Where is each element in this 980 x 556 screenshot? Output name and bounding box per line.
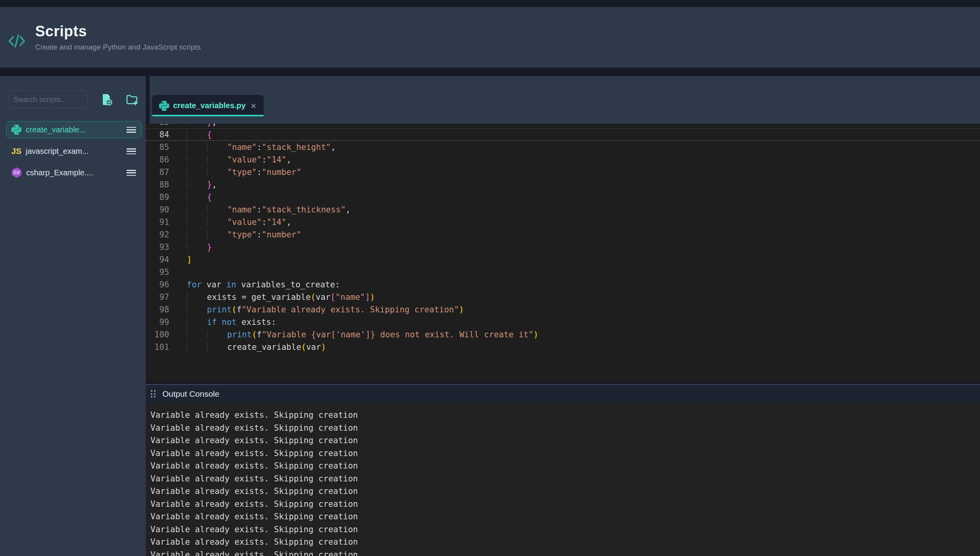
code-line: 88 }, bbox=[146, 178, 980, 191]
code-line: 86 "value":"14", bbox=[146, 153, 980, 166]
code-line: 92 "type":"number" bbox=[146, 228, 980, 241]
code-text: }, bbox=[187, 178, 217, 191]
code-line: 90 "name":"stack_thickness", bbox=[146, 203, 980, 216]
code-text: } bbox=[187, 241, 212, 253]
code-line: 94] bbox=[146, 253, 980, 266]
code-line: 87 "type":"number" bbox=[146, 166, 980, 178]
code-text: "value":"14", bbox=[187, 153, 291, 166]
menu-icon[interactable] bbox=[127, 170, 136, 176]
line-number: 85 bbox=[146, 141, 169, 153]
code-text: ] bbox=[187, 253, 192, 266]
line-number: 99 bbox=[146, 316, 169, 328]
script-item[interactable]: JSjavascript_exam... bbox=[6, 143, 142, 160]
line-number: 97 bbox=[146, 291, 169, 303]
code-line: 99 if not exists: bbox=[146, 316, 980, 328]
console-line: Variable already exists. Skipping creati… bbox=[150, 447, 980, 460]
line-number: 95 bbox=[146, 266, 169, 278]
window-top-strip bbox=[0, 0, 980, 7]
line-number: 96 bbox=[146, 278, 169, 291]
code-line: 95 bbox=[146, 266, 980, 278]
line-number: 100 bbox=[146, 328, 169, 341]
code-line: 83 }, bbox=[146, 124, 980, 128]
code-line: 84 { bbox=[146, 128, 980, 141]
page-header: Scripts Create and manage Python and Jav… bbox=[0, 7, 980, 68]
output-console-panel: Output Console Variable already exists. … bbox=[146, 384, 980, 556]
tab-create-variables-py[interactable]: create_variables.py ✕ bbox=[152, 95, 264, 116]
new-folder-button[interactable] bbox=[125, 93, 139, 107]
code-text: print(f"Variable {var['name']} does not … bbox=[187, 328, 538, 341]
output-console-title: Output Console bbox=[163, 389, 220, 399]
console-line: Variable already exists. Skipping creati… bbox=[150, 485, 980, 498]
code-line: 96for var in variables_to_create: bbox=[146, 278, 980, 291]
code-editor[interactable]: 83 },84 {85 "name":"stack_height",86 "va… bbox=[146, 124, 980, 383]
script-item[interactable]: C#csharp_Example.... bbox=[6, 164, 142, 181]
editor-panel: create_variables.py ✕ 83 },84 {85 "name"… bbox=[146, 76, 980, 556]
code-line: 97 exists = get_variable(var["name"]) bbox=[146, 291, 980, 303]
code-text: "type":"number" bbox=[187, 228, 301, 241]
menu-icon[interactable] bbox=[127, 148, 136, 154]
new-script-button[interactable] bbox=[99, 93, 113, 107]
code-line: 85 "name":"stack_height", bbox=[146, 141, 980, 153]
folder-plus-icon bbox=[125, 93, 139, 107]
python-icon bbox=[159, 101, 169, 111]
line-number: 92 bbox=[146, 228, 169, 241]
search-input[interactable] bbox=[8, 91, 88, 109]
script-item[interactable]: create_variable... bbox=[6, 121, 142, 138]
code-line: 98 print(f"Variable already exists. Skip… bbox=[146, 303, 980, 316]
script-label: create_variable... bbox=[26, 125, 86, 134]
console-line: Variable already exists. Skipping creati… bbox=[150, 422, 980, 435]
code-text: if not exists: bbox=[187, 316, 276, 328]
script-label: csharp_Example.... bbox=[26, 168, 93, 177]
python-icon bbox=[11, 125, 21, 135]
script-list: create_variable...JSjavascript_exam...C#… bbox=[0, 121, 146, 181]
close-icon[interactable]: ✕ bbox=[250, 102, 257, 110]
code-text: "value":"14", bbox=[187, 216, 291, 228]
console-line: Variable already exists. Skipping creati… bbox=[150, 409, 980, 422]
line-number: 94 bbox=[146, 253, 169, 266]
code-text: }, bbox=[187, 124, 217, 128]
python-icon bbox=[159, 101, 169, 111]
code-text: print(f"Variable already exists. Skippin… bbox=[187, 303, 464, 316]
scripts-sidebar: create_variable...JSjavascript_exam...C#… bbox=[0, 76, 146, 556]
code-line: 93 } bbox=[146, 241, 980, 253]
menu-icon[interactable] bbox=[127, 127, 136, 133]
code-line: 89 { bbox=[146, 191, 980, 203]
console-line: Variable already exists. Skipping creati… bbox=[150, 472, 980, 485]
console-line: Variable already exists. Skipping creati… bbox=[150, 498, 980, 511]
header-text: Scripts Create and manage Python and Jav… bbox=[35, 23, 201, 52]
code-text: create_variable(var) bbox=[187, 341, 326, 353]
console-line: Variable already exists. Skipping creati… bbox=[150, 523, 980, 536]
main-area: create_variable...JSjavascript_exam...C#… bbox=[0, 76, 980, 556]
console-line: Variable already exists. Skipping creati… bbox=[150, 434, 980, 447]
console-output[interactable]: Variable already exists. Skipping creati… bbox=[146, 403, 980, 556]
code-line: 100 print(f"Variable {var['name']} does … bbox=[146, 328, 980, 341]
code-text: for var in variables_to_create: bbox=[187, 278, 340, 291]
code-text: "name":"stack_thickness", bbox=[187, 203, 351, 216]
code-text: "type":"number" bbox=[187, 166, 301, 178]
page-subtitle: Create and manage Python and JavaScript … bbox=[35, 43, 201, 52]
line-number: 91 bbox=[146, 216, 169, 228]
tab-label: create_variables.py bbox=[173, 101, 246, 110]
line-number: 87 bbox=[146, 166, 169, 178]
code-text: exists = get_variable(var["name"]) bbox=[187, 291, 375, 303]
line-number: 90 bbox=[146, 203, 169, 216]
line-number: 101 bbox=[146, 341, 169, 353]
code-line: 91 "value":"14", bbox=[146, 216, 980, 228]
line-number: 86 bbox=[146, 153, 169, 166]
console-line: Variable already exists. Skipping creati… bbox=[150, 536, 980, 549]
sidebar-toolbar bbox=[0, 91, 146, 109]
js-icon: JS bbox=[11, 146, 21, 156]
code-text: { bbox=[187, 191, 212, 203]
code-icon bbox=[8, 33, 26, 49]
output-console-header[interactable]: Output Console bbox=[146, 384, 980, 403]
file-plus-icon bbox=[99, 93, 113, 107]
script-label: javascript_exam... bbox=[26, 147, 89, 156]
code-text: "name":"stack_height", bbox=[187, 141, 336, 153]
console-line: Variable already exists. Skipping creati… bbox=[150, 460, 980, 472]
line-number: 98 bbox=[146, 303, 169, 316]
code-text: { bbox=[187, 128, 212, 141]
line-number: 89 bbox=[146, 191, 169, 203]
csharp-icon: C# bbox=[11, 168, 22, 178]
code-line: 101 create_variable(var) bbox=[146, 341, 980, 353]
drag-handle-icon[interactable] bbox=[151, 390, 156, 397]
